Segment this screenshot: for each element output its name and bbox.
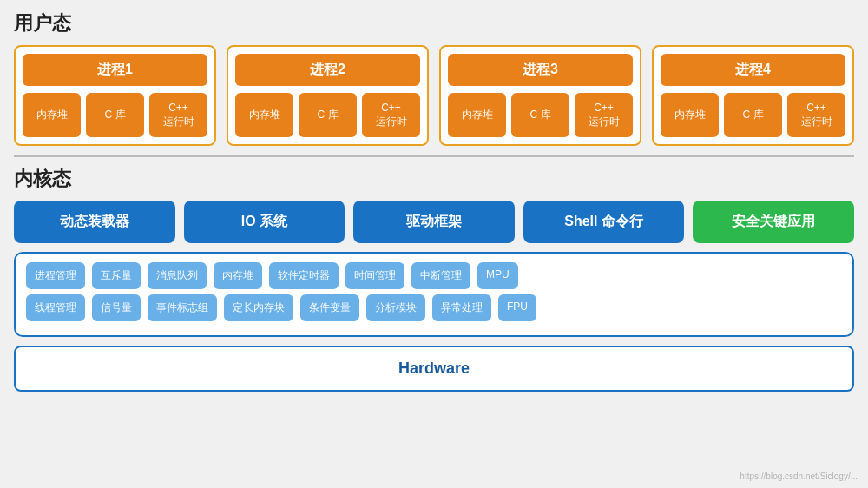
driver-framework-btn: 驱动框架: [353, 201, 515, 243]
process-4-box: 进程4 内存堆 C 库 C++运行时: [652, 45, 854, 146]
safety-app-btn: 安全关键应用: [693, 201, 854, 243]
process-mgmt: 进程管理: [26, 262, 85, 289]
io-system-btn: IO 系统: [184, 201, 345, 243]
fixed-mem: 定长内存块: [224, 294, 293, 321]
shell-cmd-btn: Shell 命令行: [523, 201, 685, 243]
memory-heap: 内存堆: [214, 262, 262, 289]
process-4-title: 进程4: [661, 54, 845, 86]
kernel-row1: 动态装载器 IO 系统 驱动框架 Shell 命令行 安全关键应用: [14, 201, 854, 243]
process-2-cpp: C++运行时: [362, 93, 420, 137]
process-3-items: 内存堆 C 库 C++运行时: [448, 93, 633, 137]
fpu: FPU: [498, 294, 536, 321]
process-1-title: 进程1: [23, 54, 207, 86]
dynamic-loader-btn: 动态装载器: [14, 201, 175, 243]
sw-timer: 软件定时器: [269, 262, 339, 289]
process-1-items: 内存堆 C 库 C++运行时: [23, 93, 207, 137]
exception-handle: 异常处理: [432, 294, 491, 321]
user-space-title: 用户态: [14, 10, 854, 36]
process-2-clib: C 库: [299, 93, 357, 137]
msg-queue: 消息队列: [148, 262, 207, 289]
process-4-clib: C 库: [724, 93, 782, 137]
mpu: MPU: [477, 262, 518, 289]
interrupt-mgmt: 中断管理: [411, 262, 470, 289]
thread-mgmt: 线程管理: [26, 294, 85, 321]
process-3-cpp: C++运行时: [575, 93, 633, 137]
semaphore: 信号量: [92, 294, 141, 321]
kernel-components-box: 进程管理 互斥量 消息队列 内存堆 软件定时器 时间管理 中断管理 MPU 线程…: [14, 252, 854, 337]
kernel-components-row1: 进程管理 互斥量 消息队列 内存堆 软件定时器 时间管理 中断管理 MPU: [26, 262, 842, 289]
process-3-clib: C 库: [511, 93, 569, 137]
kernel-space: 内核态 动态装载器 IO 系统 驱动框架 Shell 命令行 安全关键应用 进程…: [0, 157, 868, 488]
process-4-heap: 内存堆: [661, 93, 719, 137]
analysis-module: 分析模块: [366, 294, 425, 321]
process-3-title: 进程3: [448, 54, 633, 86]
process-2-title: 进程2: [235, 54, 420, 86]
user-space: 用户态 进程1 内存堆 C 库 C++运行时 进程2 内存堆 C 库 C++运行…: [0, 0, 868, 155]
process-3-heap: 内存堆: [448, 93, 506, 137]
kernel-components-row2: 线程管理 信号量 事件标志组 定长内存块 条件变量 分析模块 异常处理 FPU: [26, 294, 842, 321]
watermark: https://blog.csdn.net/Siclogy/...: [740, 472, 858, 481]
process-4-items: 内存堆 C 库 C++运行时: [661, 93, 845, 137]
process-3-box: 进程3 内存堆 C 库 C++运行时: [439, 45, 641, 146]
kernel-space-title: 内核态: [14, 166, 854, 192]
processes-row: 进程1 内存堆 C 库 C++运行时 进程2 内存堆 C 库 C++运行时 进程…: [14, 45, 854, 146]
time-mgmt: 时间管理: [345, 262, 404, 289]
event-flags: 事件标志组: [148, 294, 217, 321]
main-container: 用户态 进程1 内存堆 C 库 C++运行时 进程2 内存堆 C 库 C++运行…: [0, 0, 868, 488]
process-1-clib: C 库: [86, 93, 144, 137]
process-2-box: 进程2 内存堆 C 库 C++运行时: [227, 45, 429, 146]
process-1-box: 进程1 内存堆 C 库 C++运行时: [14, 45, 216, 146]
process-2-heap: 内存堆: [235, 93, 293, 137]
process-1-heap: 内存堆: [23, 93, 81, 137]
process-2-items: 内存堆 C 库 C++运行时: [235, 93, 420, 137]
mutex: 互斥量: [92, 262, 141, 289]
process-4-cpp: C++运行时: [787, 93, 845, 137]
process-1-cpp: C++运行时: [149, 93, 207, 137]
hardware-box: Hardware: [14, 346, 854, 392]
condition-var: 条件变量: [300, 294, 359, 321]
